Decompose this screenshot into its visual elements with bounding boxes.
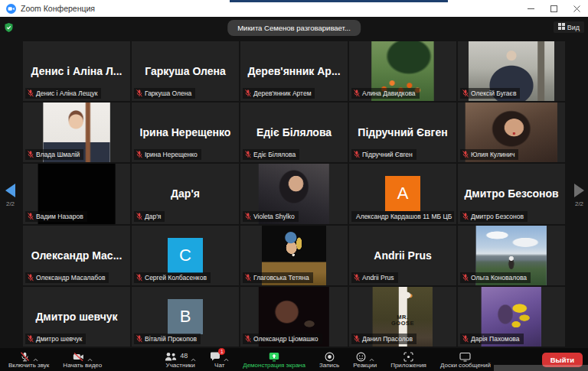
participant-name-label: Вадим Назаров (25, 211, 87, 222)
participant-name-label: Ірина Нерещенко (134, 149, 201, 160)
participant-tile[interactable]: Глаговська Тетяна (240, 226, 348, 285)
participant-name-label: Дар'я (134, 211, 165, 222)
muted-mic-icon (28, 151, 34, 158)
participant-avatar: A (385, 176, 420, 211)
participant-name-text: Вадим Назаров (36, 213, 83, 220)
maximize-button[interactable] (542, 0, 565, 17)
participant-name-text: Олександр Ціомашко (253, 335, 318, 343)
participant-tile[interactable]: Дмитро БезсоновДмитро Безсонов (458, 164, 565, 223)
participant-name-label: Данил Прасолов (351, 334, 416, 344)
participant-name-text: Денис і Аліна Лещук (36, 89, 97, 97)
muted-mic-icon (462, 89, 469, 97)
participant-tile[interactable]: Юлия Кулинич (458, 103, 565, 162)
muted-mic-icon (136, 151, 142, 158)
reactions-button[interactable]: Реакции (346, 348, 384, 371)
participant-tile[interactable]: Дар'яДар'я (132, 164, 239, 223)
muted-mic-icon (136, 274, 142, 282)
zoom-logo-icon (6, 4, 16, 14)
participant-tile[interactable]: Дмитро шевчукДмитро шевчук (23, 287, 130, 347)
whiteboards-button[interactable]: Доски сообщений (433, 348, 498, 371)
close-button[interactable] (565, 0, 588, 17)
muted-mic-icon (245, 213, 251, 220)
participant-name-label: Олексій Бугаєв (460, 88, 520, 99)
reactions-button-label: Реакции (353, 362, 377, 369)
participant-name-label: Юлия Кулинич (460, 149, 518, 160)
participant-tile[interactable]: Дарія Пахомова (458, 287, 565, 347)
participant-name-label: Дмитро Безсонов (460, 211, 528, 222)
participant-name-label: Денис і Аліна Лещук (25, 88, 101, 99)
participant-tile[interactable]: Вадим Назаров (23, 164, 130, 223)
participant-name-label: Andrii Prus (351, 272, 398, 283)
chevron-right-icon (574, 184, 584, 197)
participant-name-label: Дмитро шевчук (25, 334, 86, 344)
participant-tile[interactable]: AАлександр Кардашов 11 МБ ЦБ (349, 164, 456, 223)
next-page-button[interactable]: 2/2 (574, 184, 584, 207)
participant-name-text: Олексій Бугаєв (471, 89, 516, 97)
window-title: Zoom Конференция (21, 4, 95, 13)
chat-button[interactable]: 1 Чат (203, 348, 236, 371)
participant-tile[interactable]: BВіталій Прокопов (132, 287, 239, 347)
muted-mic-icon (28, 213, 34, 220)
record-button-label: Запись (319, 362, 339, 369)
page-indicator: 2/2 (6, 200, 15, 207)
muted-mic-icon (462, 213, 469, 220)
participant-name-text: Violeta Shylko (253, 213, 295, 220)
participant-name-label: Глаговська Тетяна (243, 272, 313, 283)
participant-tile[interactable]: CСергей Колбасенков (132, 226, 239, 285)
security-shield-icon[interactable] (5, 21, 13, 35)
participant-name-label: Едіє Білялова (243, 149, 299, 160)
participant-tile[interactable]: MR. GOOSEДанил Прасолов (349, 287, 456, 347)
participant-tile[interactable]: Ольга Коновалова (458, 226, 565, 285)
chat-icon: 1 (210, 351, 220, 365)
participant-name-label: Дарія Пахомова (460, 334, 524, 344)
participant-tile[interactable]: Гаркуша ОленаГаркуша Олена (132, 41, 239, 101)
participant-tile[interactable]: Дерев'янник Ар...Дерев'янник Артем (240, 41, 348, 101)
participant-tile[interactable]: Олексій Бугаєв (458, 41, 565, 101)
unmute-button[interactable]: Включить звук (2, 348, 56, 371)
muted-mic-icon (354, 151, 360, 158)
participant-tile[interactable]: Олександр Ціомашко (240, 287, 348, 347)
start-video-button[interactable]: Начать видео (56, 348, 109, 371)
participant-tile[interactable]: Едіє БіляловаЕдіє Білялова (240, 103, 348, 162)
meeting-toolbar: Включить звук Начать видео (0, 348, 588, 371)
participant-name-label: Віталій Прокопов (134, 334, 201, 344)
participant-tile[interactable]: Violeta Shylko (240, 164, 348, 223)
muted-mic-icon (136, 89, 142, 97)
zoom-window: Zoom Конференция Микита Семенов разговар… (0, 0, 588, 371)
participant-tile[interactable]: Денис і Аліна Л...Денис і Аліна Лещук (23, 41, 130, 101)
participant-name-label: Александр Кардашов 11 МБ ЦБ (351, 211, 454, 222)
chat-unread-badge: 1 (218, 348, 225, 355)
share-screen-button[interactable]: Демонстрация экрана (236, 348, 312, 371)
participant-name-label: Violeta Shylko (243, 211, 299, 222)
participants-count: 48 (180, 352, 188, 360)
muted-mic-icon (462, 274, 469, 282)
participant-name-text: Дар'я (145, 213, 161, 220)
participant-tile[interactable]: Влада Шмалій (23, 103, 130, 162)
participant-name-text: Дерев'янник Артем (253, 89, 311, 97)
participant-name-text: Гаркуша Олена (145, 89, 191, 97)
view-button[interactable]: Вид (554, 21, 584, 33)
muted-mic-icon (462, 151, 469, 158)
background-window-artifact (230, 0, 448, 2)
participant-tile[interactable]: Алина Давидкова (349, 41, 456, 101)
apps-button-label: Приложения (390, 362, 426, 369)
start-video-button-label: Начать видео (63, 362, 102, 369)
previous-page-button[interactable]: 2/2 (5, 184, 15, 207)
apps-button[interactable]: Приложения (384, 348, 433, 371)
participants-button[interactable]: 48 Участники (158, 348, 203, 371)
participant-name-label: Олександр Ціомашко (243, 334, 322, 344)
minimize-button[interactable] (519, 0, 542, 17)
muted-mic-icon (136, 213, 142, 220)
participant-name-text: Едіє Білялова (253, 151, 296, 158)
participant-name-text: Andrii Prus (362, 274, 394, 282)
participant-name-text: Александр Кардашов 11 МБ ЦБ (356, 213, 452, 220)
muted-mic-icon (28, 89, 34, 97)
record-button[interactable]: Запись (312, 348, 346, 371)
participant-tile[interactable]: Ірина НерещенкоІрина Нерещенко (132, 103, 239, 162)
participant-tile[interactable]: Andrii PrusAndrii Prus (349, 226, 456, 285)
muted-mic-icon (354, 274, 360, 282)
whiteboards-button-label: Доски сообщений (440, 362, 491, 369)
participant-name-text: Данил Прасолов (362, 335, 413, 343)
participant-tile[interactable]: Олександр Мас...Олександр Масалабов (23, 226, 130, 285)
participant-tile[interactable]: Підручний ЄвгенПідручний Євген (349, 103, 456, 162)
